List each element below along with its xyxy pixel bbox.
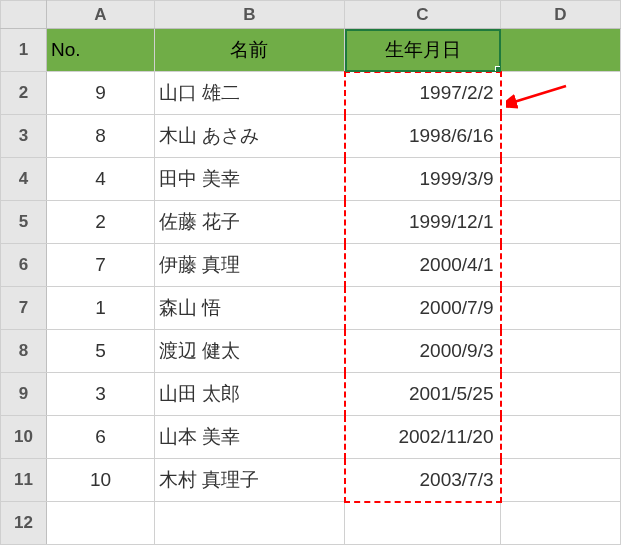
row-header-3[interactable]: 3 [1, 115, 47, 158]
cell-A4[interactable]: 4 [47, 158, 155, 201]
cell-B1[interactable]: 名前 [155, 29, 345, 72]
cell-A6[interactable]: 7 [47, 244, 155, 287]
select-all-corner[interactable] [1, 1, 47, 29]
row-header-2[interactable]: 2 [1, 72, 47, 115]
cell-D3[interactable] [501, 115, 621, 158]
col-header-B[interactable]: B [155, 1, 345, 29]
cell-C4[interactable]: 1999/3/9 [345, 158, 501, 201]
row-header-5[interactable]: 5 [1, 201, 47, 244]
cell-C8[interactable]: 2000/9/3 [345, 330, 501, 373]
cell-A10[interactable]: 6 [47, 416, 155, 459]
cell-C11[interactable]: 2003/7/3 [345, 459, 501, 502]
cell-C9[interactable]: 2001/5/25 [345, 373, 501, 416]
cell-C7[interactable]: 2000/7/9 [345, 287, 501, 330]
cell-B3[interactable]: 木山 あさみ [155, 115, 345, 158]
cell-C5[interactable]: 1999/12/1 [345, 201, 501, 244]
row-header-4[interactable]: 4 [1, 158, 47, 201]
cell-A3[interactable]: 8 [47, 115, 155, 158]
cell-D7[interactable] [501, 287, 621, 330]
cell-B6[interactable]: 伊藤 真理 [155, 244, 345, 287]
row-header-6[interactable]: 6 [1, 244, 47, 287]
cell-C1[interactable]: 生年月日 [345, 29, 501, 72]
cell-B5[interactable]: 佐藤 花子 [155, 201, 345, 244]
cell-B9[interactable]: 山田 太郎 [155, 373, 345, 416]
cell-D12[interactable] [501, 502, 621, 545]
cell-A11[interactable]: 10 [47, 459, 155, 502]
cell-B10[interactable]: 山本 美幸 [155, 416, 345, 459]
cell-B11[interactable]: 木村 真理子 [155, 459, 345, 502]
cell-C12[interactable] [345, 502, 501, 545]
cell-D1[interactable] [501, 29, 621, 72]
row-header-8[interactable]: 8 [1, 330, 47, 373]
row-header-9[interactable]: 9 [1, 373, 47, 416]
cell-D4[interactable] [501, 158, 621, 201]
col-header-C[interactable]: C [345, 1, 501, 29]
row-header-10[interactable]: 10 [1, 416, 47, 459]
cell-A1[interactable]: No. [47, 29, 155, 72]
cell-D8[interactable] [501, 330, 621, 373]
cell-D6[interactable] [501, 244, 621, 287]
cell-A2[interactable]: 9 [47, 72, 155, 115]
cell-C3[interactable]: 1998/6/16 [345, 115, 501, 158]
row-header-1[interactable]: 1 [1, 29, 47, 72]
cell-B8[interactable]: 渡辺 健太 [155, 330, 345, 373]
cell-A7[interactable]: 1 [47, 287, 155, 330]
col-header-D[interactable]: D [501, 1, 621, 29]
cell-A5[interactable]: 2 [47, 201, 155, 244]
cell-B2[interactable]: 山口 雄二 [155, 72, 345, 115]
cell-D10[interactable] [501, 416, 621, 459]
cell-A12[interactable] [47, 502, 155, 545]
cell-A8[interactable]: 5 [47, 330, 155, 373]
cell-A9[interactable]: 3 [47, 373, 155, 416]
cell-D5[interactable] [501, 201, 621, 244]
cell-B4[interactable]: 田中 美幸 [155, 158, 345, 201]
cell-C2[interactable]: 1997/2/2 [345, 72, 501, 115]
cell-D11[interactable] [501, 459, 621, 502]
row-header-11[interactable]: 11 [1, 459, 47, 502]
spreadsheet-grid[interactable]: A B C D 1 No. 名前 生年月日 2 9 山口 雄二 1997/2/2… [0, 0, 621, 545]
col-header-A[interactable]: A [47, 1, 155, 29]
cell-C6[interactable]: 2000/4/1 [345, 244, 501, 287]
row-header-12[interactable]: 12 [1, 502, 47, 545]
cell-B7[interactable]: 森山 悟 [155, 287, 345, 330]
cell-D9[interactable] [501, 373, 621, 416]
cell-B12[interactable] [155, 502, 345, 545]
cell-D2[interactable] [501, 72, 621, 115]
cell-C10[interactable]: 2002/11/20 [345, 416, 501, 459]
row-header-7[interactable]: 7 [1, 287, 47, 330]
